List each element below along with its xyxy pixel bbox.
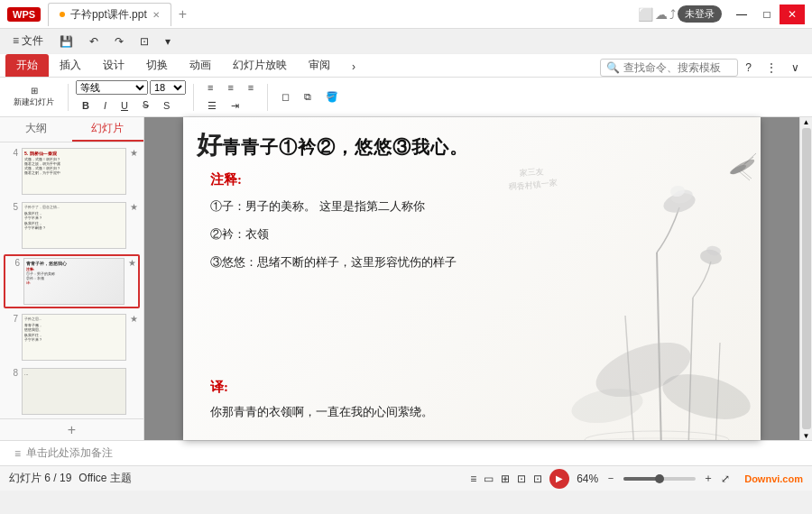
trans-label: 译: [210, 379, 553, 396]
tab-design[interactable]: 设计 [92, 54, 135, 77]
tab-animation[interactable]: 动画 [179, 54, 222, 77]
para-row-1: ≡ ≡ ≡ [201, 79, 260, 96]
draw-group: ◻ ⧉ 🪣 [275, 88, 345, 106]
shadow-button[interactable]: S [157, 96, 176, 114]
main-layout: 大纲 幻灯片 4 5. 鹊桥仙—秦观 式微，式微！胡不归？ 微君之故，胡为乎中露… [0, 117, 812, 440]
arrange-button[interactable]: ⧉ [298, 88, 318, 106]
slides-list: 4 5. 鹊桥仙—秦观 式微，式微！胡不归？ 微君之故，胡为乎中露 式微，式微！… [0, 142, 143, 418]
toolbar-print[interactable]: ⊡ [133, 32, 156, 50]
read-view-button[interactable]: ⊡ [517, 473, 526, 485]
toolbar-save[interactable]: 💾 [52, 32, 80, 50]
tab-insert[interactable]: 插入 [49, 54, 92, 77]
layout-icon[interactable]: ≡ [470, 473, 476, 485]
shape-button[interactable]: ◻ [275, 88, 296, 106]
menu-file[interactable]: ≡ 文件 [5, 31, 51, 51]
fit-page-button[interactable]: ⤢ [721, 473, 730, 485]
more-options-button[interactable]: ⋮ [759, 59, 784, 77]
font-group: 等线 18 B I U S̶ S [76, 80, 186, 114]
underline-button[interactable]: U [115, 96, 134, 114]
present-view-button[interactable]: ⊡ [533, 473, 542, 485]
notes-item-2: ②衿：衣领 [210, 225, 553, 244]
close-tab-icon[interactable]: ✕ [152, 10, 160, 20]
slide-item-6[interactable]: 6 青青子衿，悠悠我心 注释: ①子：男子的美称 ②衿：衣领 译: ★ [4, 254, 140, 308]
zoom-minus-button[interactable]: － [605, 471, 616, 486]
close-button[interactable]: ✕ [780, 5, 805, 24]
add-slide-button[interactable]: + [0, 418, 143, 440]
search-icon: 🔍 [606, 61, 620, 74]
add-tab-button[interactable]: + [179, 6, 187, 23]
tab-more[interactable]: › [341, 57, 366, 77]
slide-thumb-6: 青青子衿，悠悠我心 注释: ①子：男子的美称 ②衿：衣领 译: [23, 258, 125, 305]
help-button[interactable]: ? [738, 59, 759, 77]
svg-point-18 [585, 431, 729, 440]
divider-3 [267, 84, 268, 111]
scroll-up-button[interactable]: ▲ [802, 117, 811, 126]
new-slide-button[interactable]: ⊞ 新建幻灯片 [7, 83, 60, 111]
tab-transition[interactable]: 切换 [135, 54, 179, 77]
file-tab-label: 子衿ppt课件.ppt [70, 7, 147, 23]
calligraphy-char: 好 [197, 128, 222, 162]
zoom-plus-button[interactable]: ＋ [703, 471, 714, 486]
zoom-level-label: 64% [577, 473, 598, 485]
notes-bar: ≡ 单击此处添加备注 [0, 440, 812, 465]
share-icon: ⤴ [669, 7, 676, 22]
add-slide-icon: + [68, 422, 76, 438]
ribbon-toolbar: ⊞ 新建幻灯片 等线 18 B I U S̶ S ≡ ≡ ≡ ☰ ⇥ ◻ ⧉ 🪣 [0, 78, 812, 117]
slide-thumb-7: 子矜之思... 青青子佩， 悠悠我思。 纵我不往， 子宁不来？ [22, 314, 126, 361]
fill-button[interactable]: 🪣 [319, 88, 345, 106]
slide-item-4[interactable]: 4 5. 鹊桥仙—秦观 式微，式微！胡不归？ 微君之故，胡为乎中露 式微，式微！… [4, 146, 140, 197]
cloud-icons: ⬜ ☁ ⤴ 未登录 [638, 5, 722, 23]
toolbar-more[interactable]: ▾ [158, 32, 178, 50]
panel-tab-outline[interactable]: 大纲 [0, 117, 72, 142]
slide-num-4: 4 [5, 148, 18, 158]
indent-button[interactable]: ⇥ [225, 97, 245, 115]
zoom-thumb [655, 474, 664, 483]
scrollbar-right[interactable]: ▲ ▼ [799, 117, 812, 440]
play-icon: ▶ [556, 473, 563, 483]
notes-placeholder[interactable]: 单击此处添加备注 [26, 445, 113, 461]
panel-tabs: 大纲 幻灯片 [0, 117, 143, 142]
expand-button[interactable]: ∨ [784, 59, 807, 77]
slide-star-4: ★ [130, 148, 138, 158]
menu-bar: ≡ 文件 💾 ↶ ↷ ⊡ ▾ [0, 29, 812, 54]
slide-item-7[interactable]: 7 子矜之思... 青青子佩， 悠悠我思。 纵我不往， 子宁不来？ ★ [4, 312, 140, 363]
para-group: ≡ ≡ ≡ ☰ ⇥ [201, 79, 260, 115]
panel-tab-slides[interactable]: 幻灯片 [72, 117, 144, 142]
zoom-slider[interactable] [623, 477, 696, 481]
bullet-button[interactable]: ☰ [201, 97, 223, 115]
minimize-button[interactable]: — [729, 5, 754, 24]
svg-point-19 [571, 438, 743, 440]
align-left-button[interactable]: ≡ [201, 79, 219, 96]
italic-button[interactable]: I [97, 96, 113, 114]
strikethrough-button[interactable]: S̶ [136, 96, 155, 114]
search-box: 🔍 [600, 59, 738, 77]
slide-item-8[interactable]: 8 ... ★ [4, 366, 140, 417]
toolbar-redo[interactable]: ↷ [107, 32, 131, 50]
font-row-1: 等线 18 [76, 80, 186, 95]
tab-slideshow[interactable]: 幻灯片放映 [222, 54, 298, 77]
notes-icon: ≡ [14, 447, 21, 460]
slide-star-7: ★ [130, 314, 138, 324]
search-input[interactable] [623, 61, 732, 74]
grid-view-button[interactable]: ⊞ [501, 473, 510, 485]
scroll-down-button[interactable]: ▼ [802, 431, 811, 440]
scroll-thumb[interactable] [802, 128, 811, 429]
play-button[interactable]: ▶ [549, 469, 569, 489]
font-family-select[interactable]: 等线 [76, 80, 148, 95]
slide-num-7: 7 [5, 314, 18, 324]
login-button[interactable]: 未登录 [678, 5, 722, 23]
font-size-select[interactable]: 18 [150, 80, 186, 95]
align-center-button[interactable]: ≡ [221, 79, 239, 96]
bold-button[interactable]: B [76, 96, 96, 114]
tab-start[interactable]: 开始 [5, 54, 49, 77]
align-right-button[interactable]: ≡ [242, 79, 260, 96]
tab-review[interactable]: 审阅 [298, 54, 341, 77]
slide-thumb-8: ... [22, 368, 126, 415]
slide-item-5[interactable]: 5 子矜于了，思念之情... 纵我不往， 子宁不来？ 纵我不往， 子宁不嗣音？ … [4, 200, 140, 251]
normal-view-button[interactable]: ▭ [484, 473, 494, 485]
monitor-icon: ⬜ [638, 7, 653, 22]
maximize-button[interactable]: □ [754, 5, 780, 24]
toolbar-undo[interactable]: ↶ [82, 32, 106, 50]
file-tab[interactable]: 子衿ppt课件.ppt ✕ [48, 3, 171, 26]
slide-thumb-4: 5. 鹊桥仙—秦观 式微，式微！胡不归？ 微君之故，胡为乎中露 式微，式微！胡不… [22, 148, 126, 195]
